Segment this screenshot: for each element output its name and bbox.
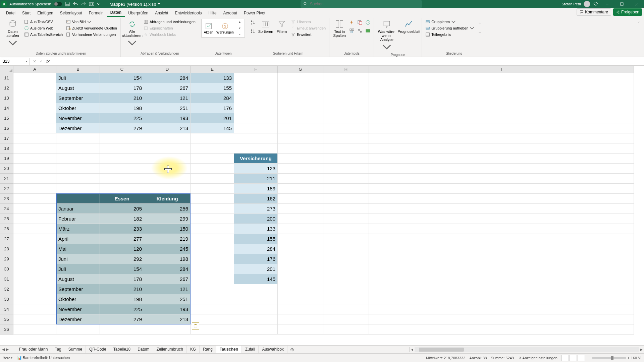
filter-button[interactable]: Filtern (275, 19, 289, 34)
cell[interactable] (100, 184, 144, 194)
cell[interactable] (234, 113, 278, 123)
cell[interactable] (323, 123, 369, 133)
cell[interactable]: 120 (100, 244, 144, 254)
cell[interactable]: 155 (234, 234, 278, 244)
cell[interactable] (323, 294, 369, 304)
cell[interactable] (323, 113, 369, 123)
cell[interactable] (13, 274, 56, 284)
cell[interactable] (191, 214, 234, 224)
sheet-tab[interactable]: Summe (65, 346, 86, 354)
cell[interactable] (100, 164, 144, 174)
column-header[interactable]: B (56, 66, 100, 73)
save-icon[interactable] (65, 1, 70, 7)
cell[interactable] (56, 133, 100, 143)
cell[interactable]: April (56, 234, 100, 244)
cell[interactable] (13, 93, 56, 103)
comments-button[interactable]: Kommentare (577, 8, 611, 16)
queries-connections-button[interactable]: Abfragen und Verbindungen (142, 19, 197, 25)
select-all-corner[interactable] (0, 66, 13, 73)
data-model-button[interactable] (364, 27, 372, 35)
text-to-columns-button[interactable]: Text in Spalten (331, 19, 347, 38)
cell[interactable] (369, 284, 634, 294)
cell[interactable]: 211 (234, 174, 278, 184)
row-header[interactable]: 21 (0, 174, 13, 184)
cell[interactable] (369, 103, 634, 113)
cell[interactable] (323, 184, 369, 194)
normal-view-button[interactable] (561, 355, 569, 361)
worksheet-grid[interactable]: ABCDEFGHI 111213141516171819202122232425… (0, 66, 644, 345)
column-header[interactable]: G (278, 66, 323, 73)
cell[interactable]: 182 (100, 214, 144, 224)
cell[interactable] (13, 204, 56, 214)
cell[interactable] (278, 254, 323, 264)
cell[interactable]: 189 (234, 184, 278, 194)
cell[interactable] (278, 123, 323, 133)
minimize-button[interactable] (601, 0, 613, 8)
row-header[interactable]: 34 (0, 304, 13, 314)
column-header[interactable]: A (13, 66, 56, 73)
cell[interactable] (369, 204, 634, 214)
cell[interactable] (191, 234, 234, 244)
cell[interactable]: 210 (100, 284, 144, 294)
cell[interactable]: 267 (144, 83, 191, 93)
cell[interactable]: 154 (100, 264, 144, 274)
cell[interactable] (323, 93, 369, 103)
row-header[interactable]: 14 (0, 103, 13, 113)
cell[interactable] (369, 254, 634, 264)
cell[interactable]: 133 (234, 224, 278, 234)
cell[interactable]: 201 (234, 264, 278, 274)
cell[interactable] (56, 174, 100, 184)
ribbon-tab-start[interactable]: Start (19, 9, 34, 17)
cell[interactable] (144, 174, 191, 184)
cell[interactable] (234, 103, 278, 113)
sheet-tab[interactable]: Zufall (242, 346, 259, 354)
existing-connections-button[interactable]: Vorhandene Verbindungen (65, 32, 118, 38)
cell[interactable] (191, 174, 234, 184)
sheet-nav-more[interactable]: ⋯ (10, 347, 14, 352)
group-rows-button[interactable]: Gruppieren (424, 19, 476, 25)
cell[interactable] (369, 274, 634, 284)
cell[interactable] (234, 73, 278, 83)
cell[interactable] (369, 224, 634, 234)
zoom-slider[interactable]: −+ 160 % (589, 356, 641, 360)
cell[interactable] (13, 83, 56, 93)
cell[interactable] (100, 324, 144, 335)
ribbon-tab-daten[interactable]: Daten (107, 8, 125, 17)
row-header[interactable]: 16 (0, 123, 13, 133)
cell[interactable] (278, 83, 323, 93)
cell[interactable]: Juni (56, 254, 100, 264)
row-header[interactable]: 20 (0, 164, 13, 174)
row-header[interactable]: 12 (0, 83, 13, 93)
cell[interactable] (369, 324, 634, 335)
cell[interactable] (323, 204, 369, 214)
column-header[interactable]: H (323, 66, 369, 73)
cell[interactable] (191, 154, 234, 164)
cell[interactable] (369, 123, 634, 133)
cell[interactable] (278, 113, 323, 123)
cell[interactable]: 219 (144, 234, 191, 244)
subtotal-button[interactable]: Teilergebnis (424, 32, 476, 38)
cell[interactable] (369, 73, 634, 83)
cell[interactable] (323, 164, 369, 174)
user-name[interactable]: Stefan Petri (562, 2, 581, 6)
cell[interactable] (13, 264, 56, 274)
cell[interactable] (323, 133, 369, 143)
ribbon-tab-datei[interactable]: Datei (3, 9, 19, 17)
cell[interactable]: 201 (191, 113, 234, 123)
cell[interactable]: August (56, 274, 100, 284)
sheet-tab[interactable]: Tabelle18 (110, 346, 134, 354)
cell[interactable]: 198 (100, 294, 144, 304)
search-box[interactable] (301, 0, 422, 8)
sheet-tab[interactable]: Datum (134, 346, 153, 354)
sheet-tab[interactable]: Frau oder Mann (16, 346, 51, 354)
cell[interactable] (13, 113, 56, 123)
cell[interactable]: Oktober (56, 103, 100, 113)
cell[interactable]: März (56, 224, 100, 234)
cell[interactable] (278, 214, 323, 224)
cell[interactable] (144, 184, 191, 194)
cell[interactable] (369, 83, 634, 93)
cell[interactable] (56, 184, 100, 194)
ribbon-tab-hilfe[interactable]: Hilfe (205, 9, 220, 17)
cell[interactable]: Juli (56, 264, 100, 274)
cell[interactable]: August (56, 83, 100, 93)
